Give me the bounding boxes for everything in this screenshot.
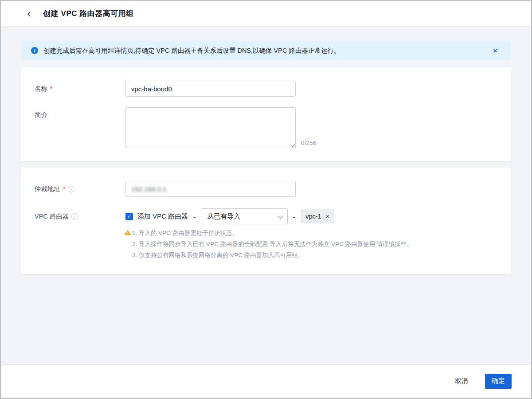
arbiter-row: 仲裁地址 * i [35,181,497,197]
info-icon: i [31,47,38,54]
vpc-tag-label: vpc-1 [305,213,321,220]
name-label-text: 名称 [35,85,47,93]
tag-remove-icon[interactable]: × [326,213,329,219]
import-mode-select[interactable]: 从已有导入 [201,208,288,224]
page-title: 创建 VPC 路由器高可用组 [43,8,133,19]
check-icon: ✓ [127,213,131,219]
cancel-button[interactable]: 取消 [455,377,468,385]
arbiter-input[interactable] [125,181,296,197]
vpc-router-info-icon[interactable]: i [71,213,78,220]
name-input[interactable] [125,81,296,97]
required-asterisk: * [63,185,65,192]
separator-dash: - [193,213,196,220]
vpc-router-row: VPC 路由器 i ✓ 添加 VPC 路由器 - 从已有导入 [35,208,497,261]
add-vpc-router-checkbox-label[interactable]: 添加 VPC 路由器 [137,212,188,221]
vpc-tag: vpc-1 × [301,209,334,223]
char-counter: 0/256 [301,140,316,148]
main-content: i 创建完成后需在高可用组详情页,待确定 VPC 路由器主备关系后设置 DNS,… [1,27,531,274]
description-textarea[interactable] [125,107,296,148]
name-label: 名称 * [35,81,125,97]
arbiter-label: 仲裁地址 * i [35,181,125,197]
description-row: 简介 0/256 [35,107,497,148]
arbiter-label-text: 仲裁地址 [35,185,60,193]
required-asterisk: * [50,85,52,92]
back-icon[interactable]: ‹ [27,8,31,19]
name-row: 名称 * [35,81,497,97]
info-banner-text: 创建完成后需在高可用组详情页,待确定 VPC 路由器主备关系后设置 DNS,以确… [43,47,486,55]
import-mode-select-value: 从已有导入 [207,212,240,221]
add-vpc-router-checkbox[interactable]: ✓ [125,213,133,220]
description-field-wrap: 0/256 [125,107,316,148]
note-line: 2. 导入操作将同步导入已有 VPC 路由器的全部配置,导入后将无法作为独立 V… [125,239,413,250]
description-label-text: 简介 [35,111,47,119]
action-footer: 取消 确定 [2,364,530,397]
page: ‹ 创建 VPC 路由器高可用组 i 创建完成后需在高可用组详情页,待确定 VP… [0,0,532,399]
note-line: 3. 仅支持公有网络和系统网络分离的 VPC 路由器加入高可用组。 [125,250,413,261]
vpc-router-label: VPC 路由器 i [35,208,125,224]
warning-icon [125,230,131,235]
info-banner: i 创建完成后需在高可用组详情页,待确定 VPC 路由器主备关系后设置 DNS,… [21,41,511,60]
vpc-router-field: ✓ 添加 VPC 路由器 - 从已有导入 - vpc-1 × [125,208,413,261]
vpc-router-notes: 1. 导入的 VPC 路由器需处于停止状态。 2. 导入操作将同步导入已有 VP… [125,227,413,261]
confirm-button[interactable]: 确定 [485,374,512,389]
basic-info-card: 名称 * 简介 0/256 [21,67,511,161]
page-header: ‹ 创建 VPC 路由器高可用组 [1,1,531,27]
arbiter-info-icon[interactable]: i [68,186,74,192]
note-line: 1. 导入的 VPC 路由器需处于停止状态。 [125,227,413,239]
close-icon[interactable]: × [493,47,497,55]
vpc-router-controls: ✓ 添加 VPC 路由器 - 从已有导入 - vpc-1 × [125,208,413,224]
chevron-down-icon [278,213,283,219]
separator-dash: - [293,213,295,220]
ha-settings-card: 仲裁地址 * i VPC 路由器 i ✓ 添加 VPC 路由器 [21,168,511,274]
vpc-router-label-text: VPC 路由器 [35,212,69,221]
description-label: 简介 [35,107,125,148]
